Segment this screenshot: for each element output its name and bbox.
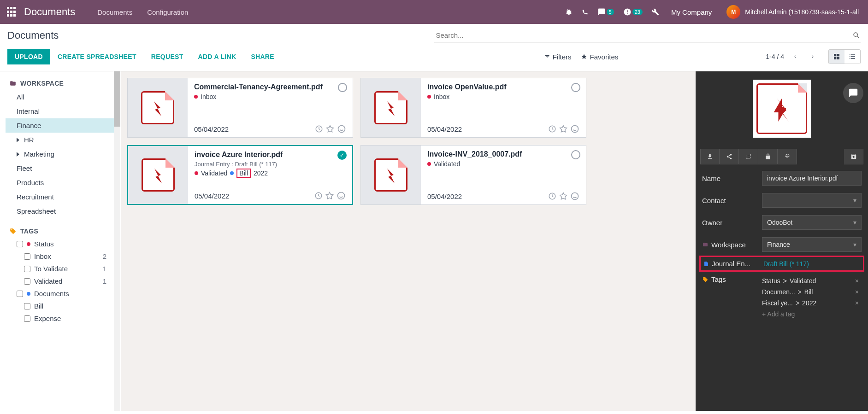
favorites-button[interactable]: Favorites bbox=[581, 53, 619, 61]
download-button[interactable] bbox=[700, 149, 720, 164]
card-select-toggle[interactable] bbox=[571, 150, 580, 159]
card-select-toggle[interactable] bbox=[338, 83, 347, 92]
clock-icon[interactable] bbox=[548, 192, 556, 200]
search-input[interactable] bbox=[434, 29, 853, 42]
sidebar-item-recruitment[interactable]: Recruitment bbox=[6, 190, 118, 204]
field-owner: Owner OdooBot▾ bbox=[696, 211, 868, 233]
list-view-button[interactable] bbox=[844, 50, 860, 64]
split-button[interactable] bbox=[778, 149, 797, 164]
pager-prev[interactable] bbox=[789, 50, 802, 63]
user-menu[interactable]: M Mitchell Admin (15180739-saas-15-1-all bbox=[719, 5, 862, 19]
contact-select[interactable]: ▾ bbox=[762, 193, 862, 208]
card-thumbnail bbox=[128, 78, 188, 137]
checkbox[interactable] bbox=[24, 278, 30, 285]
nav-configuration[interactable]: Configuration bbox=[140, 2, 195, 23]
kanban-view-button[interactable] bbox=[829, 50, 844, 64]
checkbox[interactable] bbox=[24, 253, 30, 260]
tag-bill[interactable]: Bill bbox=[6, 300, 118, 312]
tag-validated[interactable]: Validated1 bbox=[6, 275, 118, 287]
star-icon[interactable] bbox=[559, 125, 567, 133]
status-dot bbox=[27, 292, 30, 296]
smiley-icon[interactable] bbox=[337, 124, 346, 134]
tag-status[interactable]: Status bbox=[6, 238, 118, 250]
phone-icon[interactable] bbox=[577, 9, 593, 15]
document-card[interactable]: Commercial-Tenancy-Agreement.pdf Inbox 0… bbox=[127, 78, 353, 138]
remove-tag-button[interactable]: × bbox=[852, 288, 862, 296]
replace-button[interactable] bbox=[739, 149, 758, 164]
clock-icon[interactable] bbox=[548, 125, 556, 133]
smiley-icon[interactable] bbox=[337, 191, 346, 200]
details-thumbnail bbox=[696, 71, 868, 146]
share-button[interactable] bbox=[720, 149, 739, 164]
chat-icon bbox=[848, 88, 858, 98]
add-tag-button[interactable]: + Add a tag bbox=[762, 309, 862, 320]
kanban-area: Commercial-Tenancy-Agreement.pdf Inbox 0… bbox=[121, 71, 696, 411]
remove-tag-button[interactable]: × bbox=[852, 277, 862, 285]
share-button[interactable]: SHARE bbox=[243, 49, 282, 64]
document-card[interactable]: invoice Azure Interior.pdfJournal Entry … bbox=[127, 145, 353, 205]
sidebar-item-finance[interactable]: Finance bbox=[6, 118, 118, 133]
star-icon[interactable] bbox=[326, 125, 334, 133]
filters-button[interactable]: Filters bbox=[544, 53, 572, 61]
tag-dot bbox=[427, 162, 431, 166]
sidebar-item-fleet[interactable]: Fleet bbox=[6, 161, 118, 175]
clock-icon[interactable] bbox=[315, 125, 323, 133]
pager: 1-4 / 4 bbox=[766, 50, 819, 63]
document-card[interactable]: invoice OpenValue.pdf Inbox 05/04/2022 bbox=[360, 78, 586, 138]
card-title: Invoice-INV_2018_0007.pdf bbox=[427, 150, 579, 158]
checkbox[interactable] bbox=[24, 315, 30, 322]
star-icon[interactable] bbox=[559, 192, 567, 200]
checkbox[interactable] bbox=[24, 303, 30, 309]
checkbox[interactable] bbox=[17, 291, 23, 297]
sidebar-item-internal[interactable]: Internal bbox=[6, 104, 118, 118]
card-subtitle: Journal Entry : Draft Bill (* 117) bbox=[195, 161, 346, 168]
tag-documents[interactable]: Documents bbox=[6, 287, 118, 300]
company-selector[interactable]: My Company bbox=[664, 8, 719, 16]
workspace-select[interactable]: Finance▾ bbox=[762, 237, 862, 252]
apps-icon[interactable] bbox=[6, 6, 18, 18]
tools-icon[interactable] bbox=[647, 8, 664, 16]
pager-text: 1-4 / 4 bbox=[766, 53, 784, 60]
tag-to-validate[interactable]: To Validate1 bbox=[6, 262, 118, 275]
name-input[interactable]: invoice Azure Interior.pdf bbox=[762, 171, 862, 186]
owner-select[interactable]: OdooBot▾ bbox=[762, 215, 862, 230]
floating-message-button[interactable] bbox=[843, 83, 863, 103]
smiley-icon[interactable] bbox=[570, 124, 579, 134]
sidebar-item-hr[interactable]: HR bbox=[6, 133, 118, 147]
debug-icon[interactable] bbox=[561, 8, 577, 16]
nav-documents[interactable]: Documents bbox=[90, 2, 140, 23]
sidebar-item-all[interactable]: All bbox=[6, 90, 118, 104]
sidebar-item-marketing[interactable]: Marketing bbox=[6, 147, 118, 161]
tag-inbox[interactable]: Inbox2 bbox=[6, 250, 118, 262]
lock-button[interactable] bbox=[758, 149, 778, 164]
checkbox[interactable] bbox=[24, 266, 30, 272]
workspace-header: WORKSPACE bbox=[6, 77, 118, 90]
search-bar[interactable] bbox=[434, 29, 861, 42]
pager-next[interactable] bbox=[806, 50, 819, 63]
document-card[interactable]: Invoice-INV_2018_0007.pdf Validated 05/0… bbox=[360, 145, 586, 205]
add-link-button[interactable]: ADD A LINK bbox=[191, 49, 244, 64]
star-icon[interactable] bbox=[325, 192, 334, 200]
clock-icon[interactable] bbox=[314, 192, 323, 200]
request-button[interactable]: REQUEST bbox=[144, 49, 191, 64]
scrollbar[interactable] bbox=[114, 71, 120, 411]
messages-icon[interactable]: 5 bbox=[593, 8, 619, 16]
create-spreadsheet-button[interactable]: CREATE SPREADSHEET bbox=[50, 49, 144, 64]
card-select-toggle[interactable] bbox=[571, 83, 580, 92]
sidebar-item-products[interactable]: Products bbox=[6, 175, 118, 190]
detail-tag-row: Fiscal ye... > 2022× bbox=[762, 297, 862, 309]
upload-button[interactable]: UPLOAD bbox=[7, 49, 50, 64]
smiley-icon[interactable] bbox=[570, 192, 579, 201]
card-tags: Validated bbox=[427, 160, 579, 168]
sidebar-item-spreadsheet[interactable]: Spreadsheet bbox=[6, 204, 118, 218]
checkbox[interactable] bbox=[17, 241, 23, 247]
activities-icon[interactable]: 23 bbox=[619, 8, 647, 16]
tag-label: Inbox bbox=[434, 93, 449, 100]
tag-label: Inbox bbox=[201, 93, 216, 100]
card-select-toggle[interactable] bbox=[337, 151, 347, 160]
journal-link[interactable]: Draft Bill (* 117) bbox=[763, 260, 860, 268]
archive-button[interactable] bbox=[844, 149, 863, 164]
tag-expense[interactable]: Expense bbox=[6, 312, 118, 325]
remove-tag-button[interactable]: × bbox=[852, 299, 862, 307]
card-date: 05/04/2022 bbox=[427, 125, 462, 133]
